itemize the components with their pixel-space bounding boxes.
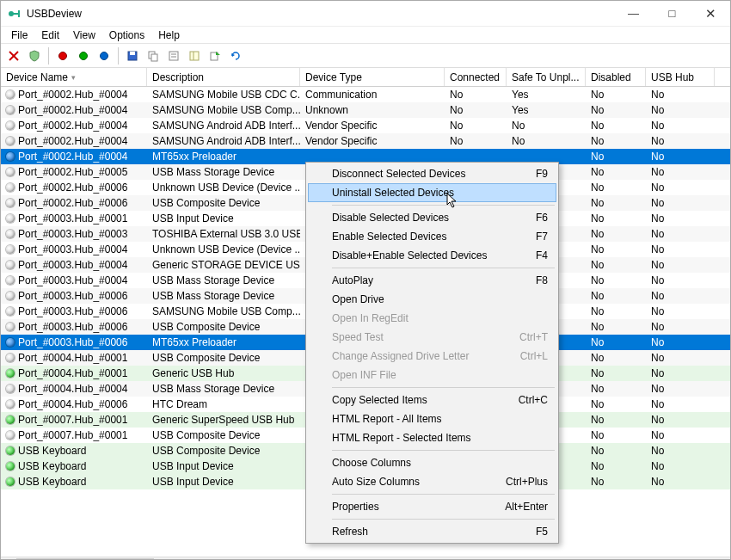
context-menu-item[interactable]: Disable+Enable Selected DevicesF4 [308, 246, 556, 265]
close-button[interactable]: ✕ [691, 1, 730, 26]
export-icon[interactable] [206, 46, 224, 65]
table-cell: No [586, 133, 646, 149]
context-menu-separator [332, 387, 555, 388]
table-row[interactable]: Port_#0002.Hub_#0004SAMSUNG Android ADB … [1, 118, 730, 133]
minimize-button[interactable]: — [614, 1, 653, 26]
column-header[interactable]: Safe To Unpl... [507, 68, 586, 86]
table-cell: No [586, 304, 646, 319]
horizontal-scrollbar[interactable]: ◄ ► [1, 557, 730, 560]
context-menu-item[interactable]: Disconnect Selected DevicesF9 [308, 164, 556, 183]
table-cell: Port_#0002.Hub_#0006 [1, 195, 147, 211]
context-menu-item[interactable]: Choose Columns [308, 453, 556, 472]
status-bullet-icon [6, 462, 15, 471]
context-menu-item[interactable]: Auto Size ColumnsCtrl+Plus [308, 472, 556, 491]
context-menu-separator [332, 450, 555, 451]
context-menu-item[interactable]: Enable Selected DevicesF7 [308, 227, 556, 246]
scroll-left-button[interactable]: ◄ [1, 557, 15, 561]
status-bullet-icon [6, 431, 15, 440]
table-cell: Port_#0003.Hub_#0003 [1, 226, 147, 242]
context-menu-item[interactable]: RefreshF5 [308, 522, 556, 541]
table-row[interactable]: Port_#0002.Hub_#0004SAMSUNG Android ADB … [1, 133, 730, 149]
table-cell: Port_#0004.Hub_#0004 [1, 381, 147, 397]
table-cell: USB Mass Storage Device [147, 273, 300, 288]
menu-options[interactable]: Options [102, 28, 151, 43]
context-menu-item[interactable]: Copy Selected ItemsCtrl+C [308, 391, 556, 409]
table-cell: No [586, 164, 646, 180]
status-bullet-icon [6, 415, 15, 424]
maximize-button[interactable]: □ [653, 1, 691, 26]
table-cell: No [586, 102, 646, 118]
status-bullet-icon [6, 261, 15, 269]
table-cell: SAMSUNG Mobile USB Comp... [147, 304, 300, 319]
table-cell: No [507, 118, 586, 133]
context-menu-item[interactable]: PropertiesAlt+Enter [308, 497, 556, 516]
table-cell: No [646, 304, 715, 319]
green-dot-icon[interactable] [74, 46, 93, 65]
shortcut-label: F4 [519, 249, 548, 262]
context-menu-item: Speed TestCtrl+T [308, 328, 556, 347]
save-icon[interactable] [123, 46, 142, 65]
table-cell: USB Composite Device [147, 319, 300, 335]
context-menu-item[interactable]: HTML Report - All Items [308, 409, 556, 428]
context-menu-label: Open INF File [332, 369, 396, 381]
red-dot-icon[interactable] [53, 46, 72, 65]
scroll-track[interactable] [15, 557, 716, 561]
column-header[interactable]: Connected [445, 68, 507, 86]
table-cell: No [586, 149, 646, 164]
table-cell: SAMSUNG Android ADB Interf... [147, 118, 300, 133]
context-menu-label: Properties [332, 501, 379, 513]
table-cell: Port_#0002.Hub_#0004 [1, 149, 147, 164]
table-cell: Port_#0002.Hub_#0004 [1, 133, 147, 149]
menu-help[interactable]: Help [151, 28, 187, 43]
properties-icon[interactable] [164, 46, 183, 65]
context-menu-item[interactable]: AutoPlayF8 [308, 271, 556, 290]
blue-dot-icon[interactable] [95, 46, 114, 65]
context-menu-item[interactable]: HTML Report - Selected Items [308, 428, 556, 447]
table-row[interactable]: Port_#0002.Hub_#0004SAMSUNG Mobile USB C… [1, 102, 730, 118]
table-cell: No [646, 87, 715, 102]
column-header[interactable]: USB Hub [646, 68, 715, 86]
column-header[interactable]: Device Type [300, 68, 445, 86]
table-cell: MT65xx Preloader [147, 149, 300, 164]
context-menu-item[interactable]: Disable Selected DevicesF6 [308, 208, 556, 227]
table-cell: No [586, 319, 646, 335]
shortcut-label: F5 [519, 526, 548, 538]
column-header[interactable]: Disabled [586, 68, 646, 86]
context-menu-label: Choose Columns [332, 457, 411, 469]
shortcut-label: Ctrl+T [502, 331, 548, 343]
table-cell: Yes [507, 87, 586, 102]
table-cell: No [445, 133, 507, 149]
copy-icon[interactable] [144, 46, 163, 65]
context-menu-label: Disable Selected Devices [332, 212, 449, 224]
table-cell: Port_#0003.Hub_#0004 [1, 273, 147, 288]
menu-view[interactable]: View [66, 28, 102, 43]
toolbar [1, 44, 730, 68]
status-bullet-icon [6, 338, 15, 347]
columns-icon[interactable] [185, 46, 204, 65]
table-cell: No [646, 118, 715, 133]
scroll-right-button[interactable]: ► [716, 557, 730, 561]
status-bullet-icon [6, 323, 15, 331]
context-menu-item[interactable]: Uninstall Selected Devices [308, 183, 556, 202]
close-icon[interactable] [4, 46, 23, 65]
table-cell: No [646, 288, 715, 304]
menu-file[interactable]: File [4, 28, 34, 43]
context-menu-label: Speed Test [332, 331, 384, 343]
table-row[interactable]: Port_#0002.Hub_#0004SAMSUNG Mobile USB C… [1, 87, 730, 102]
shield-icon[interactable] [25, 46, 44, 65]
status-bullet-icon [6, 307, 15, 316]
titlebar: USBDeview — □ ✕ [1, 1, 730, 27]
table-cell: Port_#0003.Hub_#0001 [1, 211, 147, 226]
column-header[interactable]: Description [147, 68, 300, 86]
table-cell: USB Mass Storage Device [147, 288, 300, 304]
table-cell: No [586, 443, 646, 458]
context-menu-item[interactable]: Open Drive [308, 290, 556, 309]
svg-rect-12 [190, 52, 199, 60]
table-cell: No [646, 366, 715, 381]
status-bullet-icon [6, 121, 15, 130]
column-header[interactable]: Device Name▾ [1, 68, 147, 86]
status-bullet-icon [6, 245, 15, 254]
menu-edit[interactable]: Edit [34, 28, 66, 43]
table-cell: No [646, 226, 715, 242]
refresh-icon[interactable] [226, 46, 245, 65]
